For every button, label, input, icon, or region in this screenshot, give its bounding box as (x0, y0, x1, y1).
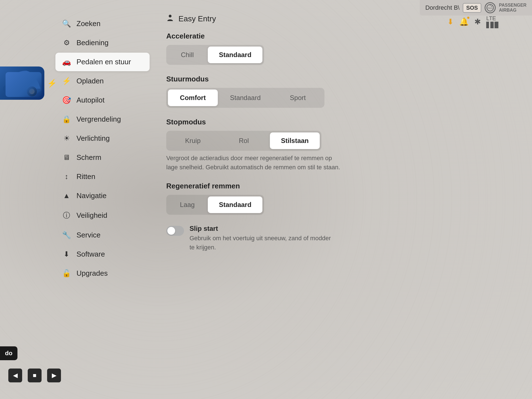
sidebar-item-service[interactable]: 🔧 Service (55, 226, 150, 244)
sport-button[interactable]: Sport (273, 89, 323, 106)
stilstaan-button[interactable]: Stilstaan (270, 132, 320, 149)
sidebar-item-autopilot[interactable]: 🎯 Autopilot (55, 91, 150, 109)
svg-line-2 (491, 6, 492, 7)
standaard-accel-button[interactable]: Standaard (208, 47, 262, 63)
sidebar-label-bediening: Bediening (76, 39, 109, 47)
sidebar-label-scherm: Scherm (76, 153, 101, 162)
sidebar-label-navigatie: Navigatie (76, 191, 106, 200)
download-nav-icon: ⬇ (62, 250, 71, 259)
do-badge: do (0, 346, 17, 360)
easy-entry-label: Easy Entry (178, 14, 216, 23)
rol-button[interactable]: Rol (219, 132, 269, 149)
slip-start-section: Slip start Gebruik om het voertuig uit s… (166, 225, 504, 252)
main-content: Easy Entry Acceleratie Chill Standaard S… (155, 8, 515, 391)
sidebar-item-verlichting[interactable]: ☀ Verlichting (55, 129, 150, 148)
sidebar-label-autopilot: Autopilot (76, 96, 104, 104)
svg-point-5 (7, 86, 17, 96)
sidebar-item-vergrendeling[interactable]: 🔒 Vergrendeling (55, 110, 150, 129)
sidebar-item-scherm[interactable]: 🖥 Scherm (55, 148, 150, 167)
media-controls: ◀ ■ ▶ (8, 369, 61, 382)
next-button[interactable]: ▶ (47, 369, 61, 382)
stopmodus-description: Vergroot de actieradius door meer regene… (166, 154, 360, 172)
sidebar-item-ritten[interactable]: ↕ Ritten (55, 167, 150, 186)
sidebar: 🔍 Zoeken ⚙ Bediening 🚗 Pedalen en stuur … (55, 8, 150, 289)
sidebar-label-ritten: Ritten (76, 172, 95, 181)
svg-point-6 (10, 89, 15, 94)
sidebar-label-opladen: Opladen (76, 77, 104, 85)
kruip-button[interactable]: Kruip (168, 132, 218, 149)
light-icon: ☀ (62, 134, 71, 143)
easy-entry-header: Easy Entry (166, 14, 504, 24)
stopmodus-section: Stopmodus Kruip Rol Stilstaan Vergroot d… (166, 118, 504, 172)
sidebar-item-zoeken[interactable]: 🔍 Zoeken (55, 14, 150, 33)
slip-start-description: Gebruik om het voertuig uit sneeuw, zand… (190, 234, 331, 252)
sidebar-label-veiligheid: Veiligheid (76, 211, 107, 220)
sidebar-label-service: Service (76, 231, 101, 239)
acceleratie-button-group: Chill Standaard (166, 45, 264, 65)
upgrades-icon: 🔓 (62, 269, 71, 278)
charge-icon: ⚡ (62, 77, 71, 85)
screen-icon: 🖥 (62, 153, 71, 162)
sidebar-item-navigatie[interactable]: ▲ Navigatie (55, 186, 150, 205)
sidebar-label-software: Software (76, 250, 105, 259)
regeneratief-section: Regeneratief remmen Laag Standaard (166, 182, 504, 215)
autopilot-icon: 🎯 (62, 96, 71, 104)
standaard-stuur-button[interactable]: Standaard (219, 89, 272, 106)
prev-button[interactable]: ◀ (8, 369, 22, 382)
stop-button[interactable]: ■ (28, 369, 42, 382)
stuurmodus-title: Stuurmodus (166, 75, 504, 83)
sidebar-item-upgrades[interactable]: 🔓 Upgrades (55, 264, 150, 283)
acceleratie-section: Acceleratie Chill Standaard (166, 32, 504, 65)
stuurmodus-section: Stuurmodus Comfort Standaard Sport (166, 75, 504, 108)
svg-point-7 (27, 86, 37, 96)
sidebar-item-veiligheid[interactable]: ⓘ Veiligheid (55, 206, 150, 225)
sidebar-item-pedalen[interactable]: 🚗 Pedalen en stuur (55, 53, 150, 71)
svg-point-8 (29, 89, 35, 94)
sidebar-label-pedalen: Pedalen en stuur (76, 58, 131, 66)
trips-icon: ↕ (62, 172, 71, 181)
sidebar-item-bediening[interactable]: ⚙ Bediening (55, 34, 150, 52)
car-image (0, 66, 44, 100)
sidebar-label-zoeken: Zoeken (76, 19, 101, 28)
slip-start-title: Slip start (190, 225, 331, 232)
comfort-button[interactable]: Comfort (168, 89, 218, 106)
controls-icon: ⚙ (62, 39, 71, 47)
laag-button[interactable]: Laag (168, 196, 207, 213)
svg-point-9 (169, 15, 172, 17)
nav-icon: ▲ (62, 191, 71, 200)
stuurmodus-button-group: Comfort Standaard Sport (166, 88, 324, 108)
wrench-icon: 🔧 (62, 231, 71, 239)
sidebar-label-upgrades: Upgrades (76, 269, 108, 278)
safety-icon: ⓘ (62, 211, 71, 220)
regeneratief-button-group: Laag Standaard (166, 195, 264, 215)
search-icon: 🔍 (62, 19, 71, 28)
sidebar-item-opladen[interactable]: ⚡ Opladen (55, 72, 150, 90)
standaard-regen-button[interactable]: Standaard (208, 196, 262, 213)
sidebar-item-software[interactable]: ⬇ Software (55, 245, 150, 264)
car-icon: 🚗 (62, 58, 71, 66)
sidebar-label-verlichting: Verlichting (76, 134, 110, 143)
lock-icon: 🔒 (62, 115, 71, 124)
car-section: Achterbak Open ⚡ (0, 50, 55, 100)
slip-start-row: Slip start Gebruik om het voertuig uit s… (166, 225, 504, 252)
svg-point-4 (3, 82, 42, 96)
slip-start-toggle[interactable] (166, 226, 184, 236)
acceleratie-title: Acceleratie (166, 32, 504, 40)
stopmodus-title: Stopmodus (166, 118, 504, 126)
chill-button[interactable]: Chill (168, 47, 207, 63)
slip-start-content: Slip start Gebruik om het voertuig uit s… (190, 225, 331, 252)
lightning-badge: ⚡ (47, 79, 57, 88)
sidebar-label-vergrendeling: Vergrendeling (76, 115, 121, 124)
regeneratief-title: Regeneratief remmen (166, 182, 504, 190)
person-icon (166, 14, 174, 24)
stopmodus-button-group: Kruip Rol Stilstaan (166, 131, 321, 151)
